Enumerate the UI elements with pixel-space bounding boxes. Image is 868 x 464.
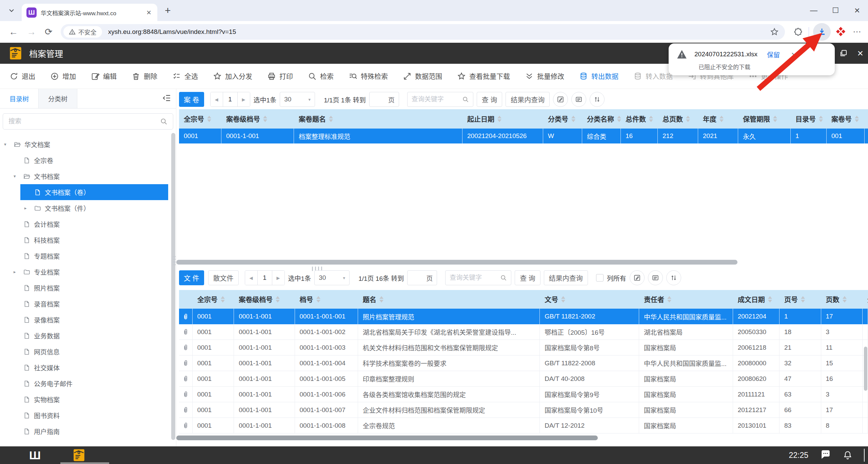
chevron-right-icon[interactable]: › [791,49,794,60]
tree-item[interactable]: 用户指南 [0,423,169,439]
taskbar-archive-app[interactable] [73,446,85,464]
query-in-results-button[interactable]: 结果内查询 [506,92,550,107]
page-size-select[interactable]: 30▾ [280,92,315,107]
table-row[interactable]: 00010001-1-0010001-1-001-006各级各类档案馆收集档案范… [179,387,868,402]
column-header[interactable]: 案卷级档号 [234,290,295,309]
sort-arrows-icon[interactable] [379,296,383,303]
tree-item[interactable]: ▾文书档案 [0,168,169,184]
reload-icon[interactable]: ⟳ [45,26,53,37]
keyword-input[interactable] [450,274,500,282]
sort-arrows-icon[interactable] [819,116,823,122]
sort-arrows-icon[interactable] [497,116,501,122]
sort-arrows-icon[interactable] [667,296,671,303]
toolbar-item-star[interactable]: 查看批量下载 [457,71,510,81]
toolbar-item-print[interactable]: 打印 [267,71,293,81]
back-icon[interactable]: ← [9,27,18,37]
tree-item[interactable]: ▸文书档案（件） [0,200,169,216]
query-button[interactable]: 查 询 [515,270,540,285]
prev-page-icon[interactable]: ◀ [245,271,257,285]
collapse-sidebar-icon[interactable] [162,94,171,102]
next-page-icon[interactable]: ▶ [238,92,250,107]
goto-page-input[interactable]: 页 [369,92,399,107]
tree-item[interactable]: 文书档案（卷） [20,184,168,200]
column-header[interactable]: 分 [863,290,868,309]
column-header[interactable]: 案卷号 [827,109,865,129]
tree-expand-icon[interactable]: ▾ [4,142,14,147]
tree-item[interactable]: 全宗卷 [0,152,169,168]
keyword-input[interactable] [412,96,462,103]
sort-arrows-icon[interactable] [855,116,859,122]
list-all-checkbox[interactable] [596,274,604,282]
toolbar-item-data-range[interactable]: 数据范围 [403,71,442,81]
sort-arrows-icon[interactable] [719,116,724,122]
toolbar-item-import-data[interactable]: 转入数据 [633,71,673,81]
bottom-vertical-scrollbar[interactable] [864,347,867,391]
column-header[interactable]: 页数 [821,290,863,309]
sort-arrows-icon[interactable] [561,296,565,303]
keep-download-button[interactable]: 保留 [767,50,780,59]
sidebar-resize-handle[interactable] [173,256,176,265]
tree-item[interactable]: 实物档案 [0,391,169,407]
tree-item[interactable]: 网页信息 [0,344,169,360]
tab-directory-tree[interactable]: 目录树 [0,89,39,108]
tab-volume-button[interactable]: 案 卷 [179,92,204,107]
tab-classification-tree[interactable]: 分类树 [39,89,77,108]
window-close-button[interactable]: × [846,5,868,16]
sidebar-scrollbar[interactable] [171,133,175,440]
column-header[interactable]: 总页数 [658,109,698,129]
column-header[interactable]: 案卷题名 [294,109,462,129]
app-window-restore-icon[interactable] [840,49,848,57]
column-header[interactable]: 年度 [698,109,738,129]
column-header[interactable]: 目录号 [791,109,827,129]
sort-button[interactable] [590,92,605,107]
column-header[interactable]: 责任者 [639,290,733,309]
top-horizontal-scrollbar[interactable] [176,260,737,265]
column-header[interactable]: 文号 [540,290,639,309]
sort-arrows-icon[interactable] [843,296,847,303]
sort-arrows-icon[interactable] [649,116,653,122]
column-header[interactable]: 档号 [295,290,358,309]
tree-search-input[interactable] [8,118,160,125]
tab-loose-file-button[interactable]: 散文件 [208,270,239,285]
tree-item[interactable]: 社交媒体 [0,360,169,375]
toolbar-item-logout[interactable]: 退出 [9,71,35,81]
current-page[interactable]: 1 [257,271,272,285]
edit-view-button[interactable] [630,270,645,285]
sort-arrows-icon[interactable] [571,116,575,122]
bottom-horizontal-scrollbar[interactable] [176,436,598,440]
column-list-button[interactable] [648,270,663,285]
new-tab-button[interactable]: + [165,5,171,16]
column-header[interactable]: 分类号 [543,109,582,129]
sort-arrows-icon[interactable] [686,116,690,122]
tree-item[interactable]: ▸专业档案 [0,264,169,280]
address-bar[interactable]: 不安全 xysh.eu.org:8848/Lams/vue/index.html… [61,24,785,40]
sort-arrows-icon[interactable] [329,116,333,122]
keyword-search-box[interactable] [445,270,511,285]
sort-button[interactable] [666,270,681,285]
toolbar-item-add[interactable]: 增加 [50,71,76,81]
toolbar-item-special-search[interactable]: 特殊检索 [349,71,388,81]
table-row[interactable]: 00010001-1-0010001-1-001-007企业文件材料归档范围和档… [179,402,868,418]
column-header[interactable]: 案卷级档号 [221,109,294,129]
tab-search-button[interactable] [5,4,18,17]
table-row[interactable]: 00010001-1-001档案整理标准规范20021204-20210526W… [179,129,868,143]
next-page-icon[interactable]: ▶ [272,271,284,285]
toolbar-item-edit[interactable]: 编辑 [91,71,117,81]
table-row[interactable]: 00010001-1-0010001-1-001-008全宗卷规范DA/T 12… [179,418,868,433]
table-row[interactable]: 00010001-1-0010001-1-001-001照片档案管理规范GB/T… [179,309,868,324]
tree-item[interactable]: 会计档案 [0,216,169,232]
column-header[interactable]: 全宗号 [179,109,221,129]
column-header[interactable]: 保管期限 [738,109,791,129]
sort-arrows-icon[interactable] [773,116,777,122]
sort-arrows-icon[interactable] [801,296,805,303]
edit-view-button[interactable] [553,92,568,107]
page-size-select[interactable]: 30▾ [314,270,350,285]
chat-bubble-icon[interactable] [820,450,831,461]
sort-arrows-icon[interactable] [263,116,267,122]
os-logo-icon[interactable]: Ш [29,449,41,462]
window-maximize-button[interactable]: ☐ [825,6,846,15]
column-header[interactable] [179,290,193,309]
extensions-puzzle-icon[interactable] [794,27,803,36]
tree-expand-icon[interactable]: ▾ [14,174,23,179]
forward-icon[interactable]: → [27,27,36,37]
